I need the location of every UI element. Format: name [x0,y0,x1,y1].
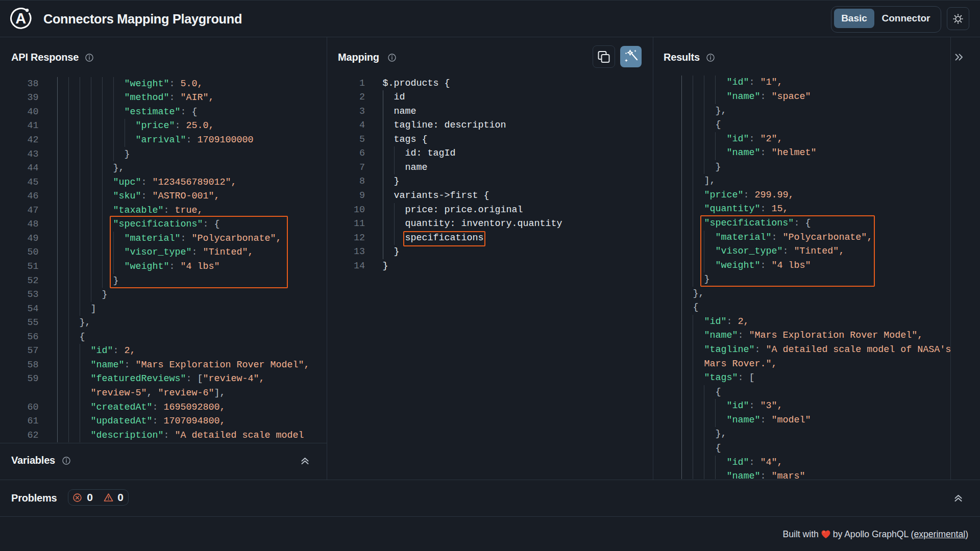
svg-text:A: A [15,10,26,27]
